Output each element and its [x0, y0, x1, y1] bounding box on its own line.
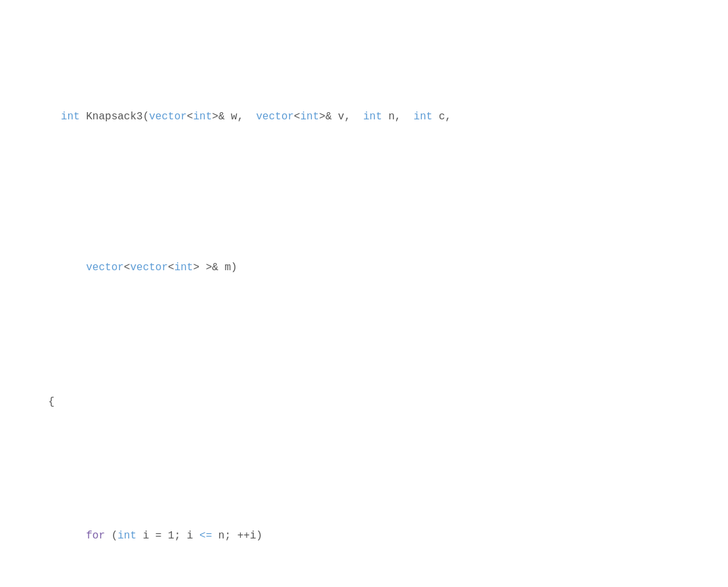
code-line-3: {	[10, 377, 718, 428]
code-line-2: vector<vector<int> >& m)	[10, 226, 718, 310]
code-line-1: int Knapsack3(vector<int>& w, vector<int…	[10, 75, 718, 159]
code-editor: int Knapsack3(vector<int>& w, vector<int…	[10, 8, 718, 587]
code-line-4: for (int i = 1; i <= n; ++i)	[10, 495, 718, 578]
code-content: int Knapsack3(vector<int>& w, vector<int…	[10, 8, 718, 587]
